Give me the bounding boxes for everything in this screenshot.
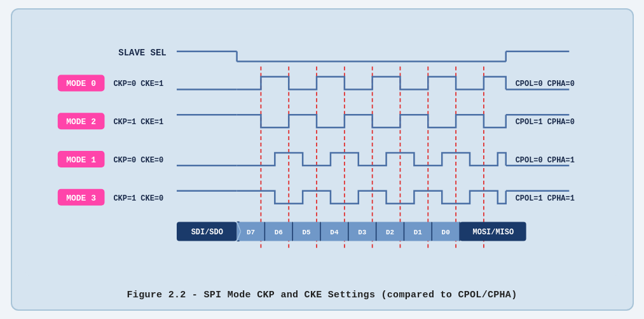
svg-text:SDI/SDO: SDI/SDO	[191, 228, 223, 237]
svg-text:CPOL=0  CPHA=1: CPOL=0 CPHA=1	[515, 156, 574, 165]
svg-text:D4: D4	[330, 229, 339, 236]
slave-sel-label: SLAVE SEL	[118, 48, 166, 58]
outer-container: SLAVE SEL MODE 0	[11, 8, 634, 311]
svg-text:D2: D2	[385, 229, 394, 236]
svg-text:D7: D7	[246, 229, 254, 236]
svg-text:CKP=1  CKE=0: CKP=1 CKE=0	[113, 194, 163, 203]
svg-text:CKP=0  CKE=0: CKP=0 CKE=0	[113, 156, 163, 165]
svg-text:MODE 0: MODE 0	[66, 79, 96, 89]
diagram-area: SLAVE SEL MODE 0	[25, 21, 620, 283]
svg-text:D6: D6	[274, 229, 282, 236]
svg-text:MODE 1: MODE 1	[66, 155, 96, 165]
svg-text:D3: D3	[358, 229, 367, 236]
svg-text:CPOL=1  CPHA=1: CPOL=1 CPHA=1	[515, 194, 574, 203]
svg-text:CKP=0  CKE=1: CKP=0 CKE=1	[113, 80, 163, 89]
svg-text:D5: D5	[302, 229, 310, 236]
svg-text:CPOL=0  CPHA=0: CPOL=0 CPHA=0	[515, 80, 574, 89]
svg-text:D1: D1	[413, 229, 422, 236]
svg-text:CKP=1  CKE=1: CKP=1 CKE=1	[113, 118, 163, 127]
svg-text:MODE 2: MODE 2	[66, 117, 96, 127]
figure-caption: Figure 2.2 - SPI Mode CKP and CKE Settin…	[127, 290, 517, 301]
svg-text:MODE 3: MODE 3	[66, 194, 96, 203]
svg-text:MOSI/MISO: MOSI/MISO	[472, 228, 513, 237]
svg-text:CPOL=1  CPHA=0: CPOL=1 CPHA=0	[515, 118, 574, 127]
svg-text:D0: D0	[441, 229, 449, 236]
